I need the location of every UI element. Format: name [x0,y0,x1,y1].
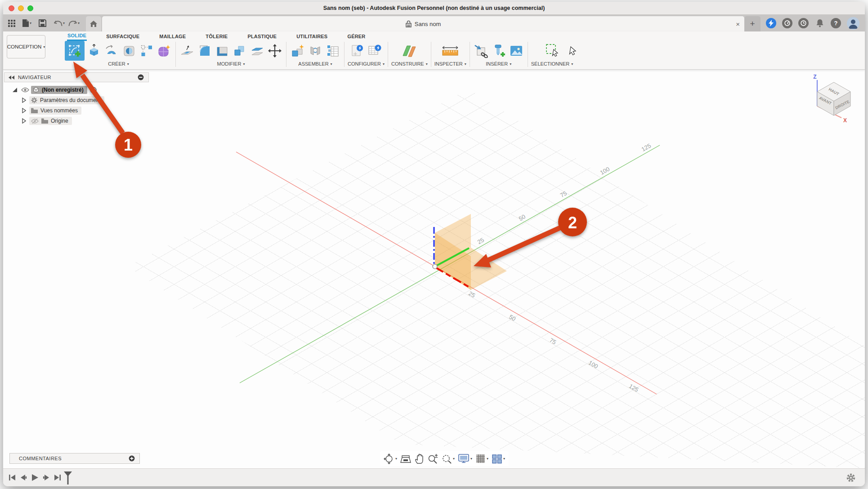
measure-button[interactable] [438,42,462,60]
press-pull-button[interactable] [179,42,195,60]
offset-face-button[interactable] [249,42,265,60]
tab-maillage[interactable]: MAILLAGE [159,32,186,40]
move-copy-button[interactable] [267,42,283,60]
timeline-go-end-button[interactable] [54,474,61,481]
tab-gerer[interactable]: GÉRER [347,32,366,40]
configuration-button[interactable] [349,42,365,60]
timeline-play-button[interactable] [31,474,39,481]
close-tab-icon[interactable]: × [736,21,740,27]
create-form-button[interactable] [156,42,172,60]
job-status-icon[interactable] [766,18,776,28]
tree-row-document-settings[interactable]: Paramètres du document [4,96,149,104]
extensions-icon[interactable] [782,18,792,28]
visibility-off-eye-icon[interactable] [31,118,39,124]
navigation-toolbar: ▾ ▾ ▾ ▾ [380,451,509,466]
tab-solide[interactable]: SOLIDE [67,31,87,41]
timeline-step-back-button[interactable] [20,474,27,481]
group-label-selectionner[interactable]: SÉLECTIONNER▾ [531,61,573,67]
hole-button[interactable] [121,42,137,60]
expand-closed-icon[interactable] [22,108,26,113]
insert-image-button[interactable] [508,42,524,60]
home-button[interactable] [86,16,101,31]
viewports-caret-icon: ▾ [503,457,505,461]
view-cube[interactable]: HAUT AVANT DROITE Z X [813,74,850,124]
expand-open-icon[interactable] [12,87,18,93]
svg-text:125: 125 [640,142,652,153]
look-at-tool[interactable] [400,454,411,464]
comments-panel[interactable]: COMMENTAIRES [9,453,140,464]
group-label-modifier[interactable]: MODIFIER▾ [217,61,245,67]
orbit-tool[interactable]: ▾ [384,453,397,464]
group-label-configurer[interactable]: CONFIGURER▾ [348,61,385,67]
expand-closed-icon[interactable] [22,98,26,103]
settings-gear-icon[interactable] [846,473,856,483]
collapse-panel-icon[interactable] [9,76,14,80]
user-avatar[interactable] [847,17,859,30]
zoom-tool[interactable] [427,453,438,464]
svg-text:100: 100 [587,359,599,370]
group-label-inserer[interactable]: INSÉRER▾ [486,61,511,67]
panel-minus-icon[interactable] [138,74,144,80]
timeline-go-start-button[interactable] [9,474,16,481]
document-tab[interactable]: Sans nom × [102,16,744,31]
svg-text:100: 100 [599,165,611,176]
activity-clock-icon[interactable] [798,18,809,28]
cursor-icon [552,49,558,56]
tree-row-root[interactable]: (Non enregistré) [4,86,149,94]
viewport[interactable]: 25 50 75 100 125 25 50 75 100 125 HAUT [3,70,865,468]
timeline-playback-controls [9,474,61,481]
create-sketch-button[interactable] [65,41,85,61]
svg-text:25: 25 [467,290,476,299]
save-button[interactable] [38,18,47,28]
fit-tool[interactable]: ▾ [441,453,455,464]
redo-button[interactable]: ▾ [67,19,81,28]
construct-plane-button[interactable] [399,42,420,60]
joint-button[interactable] [307,42,323,60]
app-grid-icon[interactable] [7,18,17,28]
tab-utilitaires[interactable]: UTILITAIRES [296,32,328,40]
undo-button[interactable]: ▾ [53,19,66,28]
insert-fastener-button[interactable] [491,42,507,60]
timeline-marker[interactable] [63,471,73,485]
bom-table-button[interactable] [325,42,341,60]
shell-button[interactable] [214,42,230,60]
new-tab-button[interactable]: + [744,16,761,31]
svg-text:75: 75 [548,337,557,346]
select-button[interactable] [541,42,563,60]
extrude-button[interactable] [86,42,102,60]
origin-point[interactable] [433,264,437,269]
browser-header[interactable]: NAVIGATEUR [4,72,149,82]
activate-radio-icon[interactable] [90,87,97,93]
group-label-creer[interactable]: CRÉER▾ [108,61,129,67]
expand-closed-icon[interactable] [22,118,26,124]
group-label-assembler[interactable]: ASSEMBLER▾ [298,61,332,67]
revolve-button[interactable] [103,42,120,60]
group-label-inspecter[interactable]: INSPECTER▾ [434,61,466,67]
notifications-bell-icon[interactable] [814,18,825,28]
fillet-button[interactable] [197,42,213,60]
new-component-button[interactable] [290,42,306,60]
file-menu-button[interactable]: ▾ [21,18,32,28]
visibility-eye-icon[interactable] [21,87,29,93]
tab-tolerie[interactable]: TÔLERIE [205,32,228,40]
grid-settings-tool[interactable]: ▾ [475,453,488,464]
configuration-table-button[interactable] [367,42,383,60]
add-comment-icon[interactable] [129,455,135,462]
rectangular-pattern-button[interactable] [139,42,155,60]
tree-row-origin[interactable]: Origine [4,117,149,125]
viewports-tool[interactable]: ▾ [492,454,505,464]
browser-title: NAVIGATEUR [18,75,51,80]
origin-planes[interactable] [435,214,507,290]
help-icon[interactable]: ? [831,18,841,28]
insert-derive-button[interactable] [473,42,489,60]
display-settings-tool[interactable]: ▾ [458,453,472,464]
combine-button[interactable] [232,42,248,60]
group-label-construire[interactable]: CONSTRUIRE▾ [391,61,428,67]
pan-tool[interactable] [414,453,424,464]
tree-label-origin: Origine [51,118,68,124]
tab-surfacique[interactable]: SURFACIQUE [106,32,140,40]
tab-plastique[interactable]: PLASTIQUE [247,32,277,40]
tree-row-named-views[interactable]: Vues nommées [4,107,149,115]
timeline-step-forward-button[interactable] [43,474,50,481]
workspace-selector[interactable]: CONCEPTION ▾ [7,35,45,58]
